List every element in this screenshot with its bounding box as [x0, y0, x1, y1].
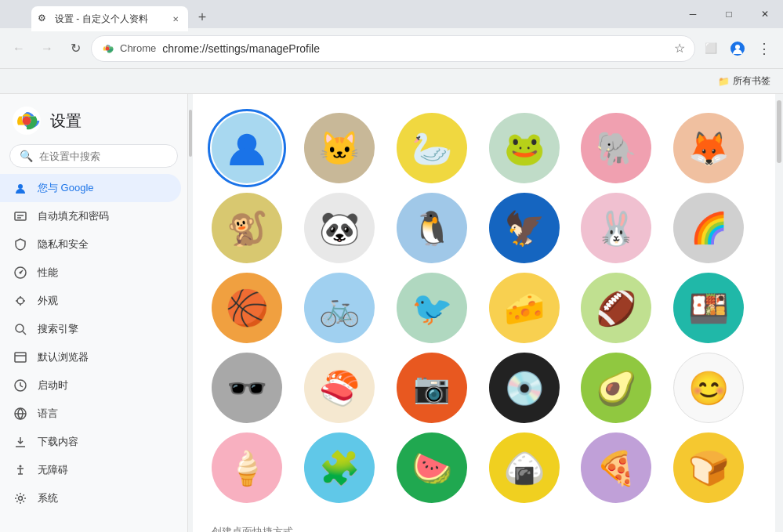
avatar-emoji: 🏈	[596, 289, 636, 328]
avatar-item[interactable]: 🍦	[212, 432, 282, 503]
bookmark-star-icon[interactable]: ☆	[674, 41, 685, 56]
avatar-item[interactable]: 🚲	[304, 273, 375, 343]
sidebar-item-autofill[interactable]: 自动填充和密码	[0, 202, 181, 230]
address-input[interactable]	[162, 42, 668, 55]
right-scrollbar-track[interactable]	[775, 94, 783, 532]
avatar-emoji: 🍉	[411, 449, 452, 487]
minimize-button[interactable]: ─	[675, 0, 711, 28]
avatar-item[interactable]: 🦊	[673, 113, 744, 183]
new-tab-area-btn[interactable]	[9, 3, 31, 25]
avatar-item[interactable]: 🐱	[304, 113, 375, 183]
menu-button[interactable]: ⋮	[752, 36, 777, 61]
avatar-item[interactable]: 🍕	[581, 432, 651, 503]
svg-point-6	[18, 184, 23, 189]
sidebar-item-you-google[interactable]: 您与 Google	[0, 174, 181, 202]
settings-search-box[interactable]: 🔍	[9, 144, 178, 168]
avatar-item[interactable]: 🍱	[673, 273, 744, 343]
sidebar-item-language[interactable]: 语言	[0, 400, 181, 428]
sidebar-item-search[interactable]: 搜索引擎	[0, 315, 181, 343]
sidebar-label-accessibility: 无障碍	[38, 463, 68, 477]
avatar-item[interactable]: 🍣	[304, 353, 375, 423]
tab-close-button[interactable]: ✕	[169, 13, 182, 25]
close-button[interactable]: ✕	[747, 0, 783, 28]
folder-icon: 📁	[718, 76, 730, 87]
sidebar-label-performance: 性能	[38, 266, 58, 280]
settings-nav: 您与 Google 自动填充和密码 隐私和安全 性能	[0, 174, 187, 512]
avatar-item[interactable]: 🍙	[489, 432, 560, 503]
avatar-emoji: 🐦	[411, 289, 452, 328]
sidebar-item-privacy[interactable]: 隐私和安全	[0, 230, 181, 259]
svg-point-5	[23, 117, 31, 125]
avatar-emoji: 🧀	[504, 289, 545, 328]
avatar-item[interactable]: 💿	[489, 353, 560, 423]
maximize-button[interactable]: □	[711, 0, 747, 28]
avatar-emoji: 🍦	[227, 449, 267, 487]
settings-search-input[interactable]	[39, 150, 168, 162]
avatar-item[interactable]: 🐼	[304, 193, 375, 263]
avatar-item[interactable]: 📷	[397, 353, 467, 423]
avatar-emoji: 🐘	[596, 129, 636, 168]
sidebar-item-accessibility[interactable]: 无障碍	[0, 456, 181, 484]
address-bar[interactable]: Chrome ☆	[91, 35, 695, 62]
avatar-item[interactable]: 🐒	[212, 193, 282, 263]
avatar-emoji: 🐰	[596, 209, 636, 248]
sidebar-label-privacy: 隐私和安全	[38, 237, 89, 252]
profile-button[interactable]	[725, 36, 750, 61]
profile-icon	[730, 41, 745, 56]
avatar-item[interactable]: 🌈	[673, 193, 744, 263]
avatar-item[interactable]: 🐦	[397, 273, 467, 343]
sidebar-label-downloads: 下载内容	[38, 435, 78, 449]
forward-button[interactable]: →	[34, 36, 60, 61]
avatar-item[interactable]: 🐰	[581, 193, 651, 263]
reload-button[interactable]: ↻	[63, 36, 88, 61]
settings-page-title: 设置	[50, 110, 82, 132]
sidebar-item-system[interactable]: 系统	[0, 484, 181, 512]
privacy-icon	[13, 237, 28, 252]
sidebar-label-startup: 启动时	[38, 378, 68, 393]
avatar-emoji: 🐱	[319, 129, 360, 168]
active-tab[interactable]: ⚙ 设置 - 自定义个人资料 ✕	[31, 6, 188, 31]
svg-point-12	[17, 298, 24, 304]
footer-text: 创建桌面快捷方式...	[212, 519, 756, 532]
language-icon	[13, 406, 28, 422]
avatar-item[interactable]: 🦅	[489, 193, 560, 263]
svg-point-13	[16, 324, 24, 332]
avatar-item[interactable]: 🍉	[397, 432, 467, 503]
avatar-item[interactable]: 🐸	[489, 113, 560, 183]
avatar-item[interactable]: 🧀	[489, 273, 560, 343]
sidebar-item-startup[interactable]: 启动时	[0, 371, 181, 400]
tab-strip: ⚙ 设置 - 自定义个人资料 ✕ +	[31, 0, 213, 28]
avatar-item[interactable]: 🕶️	[212, 353, 282, 423]
svg-line-14	[23, 331, 26, 335]
chrome-logo-large-icon	[13, 107, 41, 135]
back-button[interactable]: ←	[6, 36, 31, 61]
extensions-button[interactable]: ⬜	[698, 36, 723, 61]
svg-point-3	[735, 45, 740, 49]
all-bookmarks-item[interactable]: 📁 所有书签	[712, 73, 777, 89]
sidebar-item-browser[interactable]: 默认浏览器	[0, 343, 181, 371]
avatar-item[interactable]: 🏈	[581, 273, 651, 343]
sidebar-item-appearance[interactable]: 外观	[0, 287, 181, 315]
avatar-emoji: 🍞	[688, 449, 729, 487]
avatar-emoji: 📷	[413, 371, 450, 405]
avatar-item[interactable]: 🧩	[304, 432, 375, 503]
avatar-item[interactable]: 🐧	[397, 193, 467, 263]
avatar-emoji: 🐒	[227, 209, 267, 248]
avatar-item[interactable]: 😊	[673, 353, 744, 423]
search-icon: 🔍	[20, 150, 33, 162]
avatar-item[interactable]	[212, 113, 282, 183]
svg-rect-7	[15, 212, 26, 220]
sidebar-item-downloads[interactable]: 下载内容	[0, 428, 181, 456]
main-content: 设置 🔍 您与 Google 自动填充和密码	[0, 94, 783, 532]
avatar-item[interactable]: 🦢	[397, 113, 467, 183]
avatar-item[interactable]: 🍞	[673, 432, 744, 503]
sidebar-label-browser: 默认浏览器	[38, 350, 89, 364]
avatar-item[interactable]: 🏀	[212, 273, 282, 343]
avatar-item[interactable]: 🐘	[581, 113, 651, 183]
sidebar-item-performance[interactable]: 性能	[0, 259, 181, 287]
avatar-emoji: 💿	[504, 369, 545, 407]
right-scrollbar-thumb	[777, 100, 781, 163]
avatar-item[interactable]: 🥑	[581, 353, 651, 423]
browser-toolbar: ← → ↻ Chrome ☆ ⬜ ⋮	[0, 28, 783, 69]
new-tab-button[interactable]: +	[191, 6, 213, 28]
